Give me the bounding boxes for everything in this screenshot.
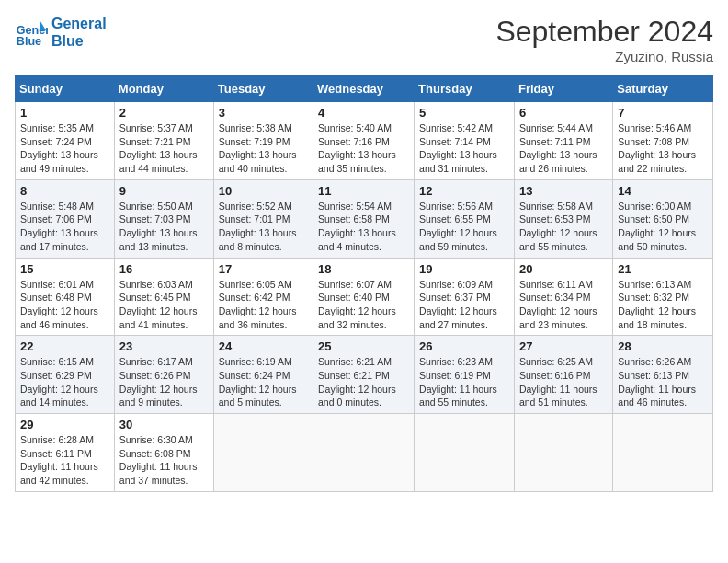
- day-number: 16: [119, 262, 209, 276]
- day-info: Sunrise: 5:44 AMSunset: 7:11 PMDaylight:…: [519, 121, 608, 176]
- day-number: 24: [219, 339, 308, 353]
- day-info: Sunrise: 6:28 AMSunset: 6:11 PMDaylight:…: [20, 433, 109, 488]
- day-number: 8: [20, 184, 109, 198]
- day-number: 23: [119, 339, 209, 353]
- calendar-cell: 23Sunrise: 6:17 AMSunset: 6:26 PMDayligh…: [114, 336, 213, 414]
- weekday-header-wednesday: Wednesday: [313, 76, 415, 102]
- day-info: Sunrise: 6:09 AMSunset: 6:37 PMDaylight:…: [419, 278, 509, 332]
- calendar-week-row: 15Sunrise: 6:01 AMSunset: 6:48 PMDayligh…: [16, 258, 713, 336]
- day-number: 1: [20, 106, 109, 120]
- calendar-cell: 12Sunrise: 5:56 AMSunset: 6:55 PMDayligh…: [415, 179, 515, 258]
- day-number: 2: [119, 106, 209, 120]
- calendar-cell: [213, 414, 313, 492]
- calendar-cell: 18Sunrise: 6:07 AMSunset: 6:40 PMDayligh…: [313, 258, 415, 336]
- day-info: Sunrise: 6:00 AMSunset: 6:50 PMDaylight:…: [618, 200, 708, 254]
- day-number: 28: [618, 339, 708, 353]
- day-number: 3: [219, 106, 308, 120]
- day-number: 20: [519, 262, 608, 276]
- day-number: 19: [419, 262, 509, 276]
- calendar-table: SundayMondayTuesdayWednesdayThursdayFrid…: [15, 75, 713, 492]
- day-info: Sunrise: 6:01 AMSunset: 6:48 PMDaylight:…: [20, 278, 109, 332]
- calendar-cell: 15Sunrise: 6:01 AMSunset: 6:48 PMDayligh…: [16, 258, 115, 336]
- day-info: Sunrise: 6:15 AMSunset: 6:29 PMDaylight:…: [20, 355, 109, 409]
- calendar-cell: 21Sunrise: 6:13 AMSunset: 6:32 PMDayligh…: [613, 258, 713, 336]
- calendar-cell: 27Sunrise: 6:25 AMSunset: 6:16 PMDayligh…: [514, 336, 612, 414]
- calendar-cell: [613, 414, 713, 492]
- logo: General Blue General Blue: [15, 15, 107, 50]
- day-info: Sunrise: 6:21 AMSunset: 6:21 PMDaylight:…: [318, 355, 409, 409]
- logo-line2: Blue: [51, 32, 107, 50]
- weekday-header-saturday: Saturday: [613, 76, 713, 102]
- day-number: 22: [20, 339, 109, 353]
- day-number: 10: [219, 184, 308, 198]
- weekday-header-monday: Monday: [114, 76, 213, 102]
- day-info: Sunrise: 6:19 AMSunset: 6:24 PMDaylight:…: [219, 355, 308, 409]
- calendar-cell: 24Sunrise: 6:19 AMSunset: 6:24 PMDayligh…: [213, 336, 313, 414]
- calendar-cell: [415, 414, 515, 492]
- calendar-week-row: 29Sunrise: 6:28 AMSunset: 6:11 PMDayligh…: [16, 414, 713, 492]
- day-number: 30: [119, 418, 209, 431]
- calendar-cell: 5Sunrise: 5:42 AMSunset: 7:14 PMDaylight…: [415, 102, 515, 180]
- day-number: 21: [618, 262, 708, 276]
- calendar-cell: 20Sunrise: 6:11 AMSunset: 6:34 PMDayligh…: [514, 258, 612, 336]
- calendar-cell: 3Sunrise: 5:38 AMSunset: 7:19 PMDaylight…: [213, 102, 313, 180]
- day-number: 27: [519, 339, 608, 353]
- weekday-header-sunday: Sunday: [16, 76, 115, 102]
- day-info: Sunrise: 5:46 AMSunset: 7:08 PMDaylight:…: [618, 121, 708, 176]
- calendar-cell: 13Sunrise: 5:58 AMSunset: 6:53 PMDayligh…: [514, 179, 612, 258]
- weekday-header-thursday: Thursday: [415, 76, 515, 102]
- page-header: General Blue General Blue September 2024…: [15, 15, 713, 64]
- day-number: 11: [318, 184, 409, 198]
- day-number: 13: [519, 184, 608, 198]
- day-info: Sunrise: 6:23 AMSunset: 6:19 PMDaylight:…: [419, 355, 509, 409]
- day-info: Sunrise: 5:37 AMSunset: 7:21 PMDaylight:…: [119, 121, 209, 176]
- calendar-cell: 28Sunrise: 6:26 AMSunset: 6:13 PMDayligh…: [613, 336, 713, 414]
- calendar-cell: 26Sunrise: 6:23 AMSunset: 6:19 PMDayligh…: [415, 336, 515, 414]
- day-info: Sunrise: 6:13 AMSunset: 6:32 PMDaylight:…: [618, 278, 708, 332]
- day-info: Sunrise: 6:05 AMSunset: 6:42 PMDaylight:…: [219, 278, 308, 332]
- calendar-cell: 10Sunrise: 5:52 AMSunset: 7:01 PMDayligh…: [213, 179, 313, 258]
- logo-icon: General Blue: [15, 16, 48, 49]
- day-number: 26: [419, 339, 509, 353]
- day-info: Sunrise: 6:17 AMSunset: 6:26 PMDaylight:…: [119, 355, 209, 409]
- calendar-cell: 9Sunrise: 5:50 AMSunset: 7:03 PMDaylight…: [114, 179, 213, 258]
- day-number: 18: [318, 262, 409, 276]
- day-info: Sunrise: 5:38 AMSunset: 7:19 PMDaylight:…: [219, 121, 308, 176]
- calendar-week-row: 1Sunrise: 5:35 AMSunset: 7:24 PMDaylight…: [16, 102, 713, 180]
- day-info: Sunrise: 6:26 AMSunset: 6:13 PMDaylight:…: [618, 355, 708, 409]
- day-info: Sunrise: 5:50 AMSunset: 7:03 PMDaylight:…: [119, 200, 209, 254]
- calendar-cell: 1Sunrise: 5:35 AMSunset: 7:24 PMDaylight…: [16, 102, 115, 180]
- logo-line1: General: [51, 15, 107, 32]
- calendar-cell: 25Sunrise: 6:21 AMSunset: 6:21 PMDayligh…: [313, 336, 415, 414]
- calendar-cell: 2Sunrise: 5:37 AMSunset: 7:21 PMDaylight…: [114, 102, 213, 180]
- day-number: 4: [318, 106, 409, 120]
- calendar-body: 1Sunrise: 5:35 AMSunset: 7:24 PMDaylight…: [16, 102, 713, 492]
- calendar-header-row: SundayMondayTuesdayWednesdayThursdayFrid…: [16, 76, 713, 102]
- calendar-week-row: 8Sunrise: 5:48 AMSunset: 7:06 PMDaylight…: [16, 179, 713, 258]
- location-subtitle: Zyuzino, Russia: [495, 49, 713, 64]
- calendar-cell: 11Sunrise: 5:54 AMSunset: 6:58 PMDayligh…: [313, 179, 415, 258]
- calendar-cell: 16Sunrise: 6:03 AMSunset: 6:45 PMDayligh…: [114, 258, 213, 336]
- day-info: Sunrise: 5:40 AMSunset: 7:16 PMDaylight:…: [318, 121, 409, 176]
- day-info: Sunrise: 5:54 AMSunset: 6:58 PMDaylight:…: [318, 200, 409, 254]
- day-number: 5: [419, 106, 509, 120]
- weekday-header-tuesday: Tuesday: [213, 76, 313, 102]
- calendar-cell: 30Sunrise: 6:30 AMSunset: 6:08 PMDayligh…: [114, 414, 213, 492]
- calendar-cell: 4Sunrise: 5:40 AMSunset: 7:16 PMDaylight…: [313, 102, 415, 180]
- month-title: September 2024: [495, 15, 713, 49]
- day-info: Sunrise: 5:35 AMSunset: 7:24 PMDaylight:…: [20, 121, 109, 176]
- day-info: Sunrise: 6:30 AMSunset: 6:08 PMDaylight:…: [119, 433, 209, 488]
- calendar-week-row: 22Sunrise: 6:15 AMSunset: 6:29 PMDayligh…: [16, 336, 713, 414]
- day-number: 9: [119, 184, 209, 198]
- day-info: Sunrise: 5:56 AMSunset: 6:55 PMDaylight:…: [419, 200, 509, 254]
- day-number: 12: [419, 184, 509, 198]
- calendar-cell: 6Sunrise: 5:44 AMSunset: 7:11 PMDaylight…: [514, 102, 612, 180]
- calendar-cell: 17Sunrise: 6:05 AMSunset: 6:42 PMDayligh…: [213, 258, 313, 336]
- calendar-cell: 29Sunrise: 6:28 AMSunset: 6:11 PMDayligh…: [16, 414, 115, 492]
- day-info: Sunrise: 6:11 AMSunset: 6:34 PMDaylight:…: [519, 278, 608, 332]
- calendar-cell: 7Sunrise: 5:46 AMSunset: 7:08 PMDaylight…: [613, 102, 713, 180]
- day-info: Sunrise: 6:03 AMSunset: 6:45 PMDaylight:…: [119, 278, 209, 332]
- day-number: 7: [618, 106, 708, 120]
- day-number: 6: [519, 106, 608, 120]
- calendar-cell: 14Sunrise: 6:00 AMSunset: 6:50 PMDayligh…: [613, 179, 713, 258]
